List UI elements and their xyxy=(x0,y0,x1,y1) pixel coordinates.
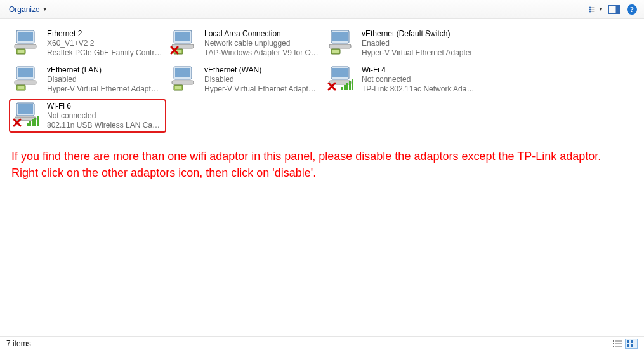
svg-rect-52 xyxy=(615,340,622,341)
adapter-name: vEthernet (WAN) xyxy=(204,65,320,75)
svg-rect-22 xyxy=(329,44,351,48)
adapter-item[interactable]: Wi-Fi 4Not connectedTP-Link 802.11ac Net… xyxy=(324,63,481,97)
svg-rect-57 xyxy=(627,340,629,343)
adapter-name: vEthernet (Default Switch) xyxy=(362,29,473,39)
adapter-description: Hyper-V Virtual Ethernet Adapter xyxy=(362,48,473,58)
adapter-status: Disabled xyxy=(47,75,162,84)
svg-rect-59 xyxy=(627,344,629,347)
svg-rect-58 xyxy=(631,340,633,343)
svg-rect-46 xyxy=(27,123,29,126)
adapter-description: Realtek PCIe GbE Family Controll... xyxy=(47,48,162,58)
svg-rect-5 xyxy=(591,11,594,11)
adapter-texts: Wi-Fi 6Not connected802.11n USB Wireless… xyxy=(47,102,162,130)
adapter-description: Hyper-V Virtual Ethernet Adapter .. xyxy=(204,84,320,94)
svg-rect-47 xyxy=(29,121,31,126)
svg-rect-24 xyxy=(332,50,339,53)
svg-rect-56 xyxy=(615,346,622,346)
annotation-line-1: If you find there are more than one wifi… xyxy=(11,148,604,165)
svg-rect-55 xyxy=(613,346,614,347)
svg-rect-27 xyxy=(15,81,36,84)
details-view-button[interactable] xyxy=(611,339,624,349)
adapter-item[interactable]: vEthernet (LAN)DisabledHyper-V Virtual E… xyxy=(9,63,166,97)
organize-label: Organize xyxy=(9,5,40,14)
svg-rect-36 xyxy=(332,68,348,77)
help-button[interactable]: ? xyxy=(625,3,639,17)
statusbar-views xyxy=(611,339,638,349)
svg-rect-48 xyxy=(32,119,34,126)
svg-rect-34 xyxy=(175,86,181,89)
chevron-down-icon: ▼ xyxy=(598,6,603,12)
svg-rect-14 xyxy=(18,50,24,53)
adapter-name: Wi-Fi 4 xyxy=(362,65,477,75)
svg-rect-44 xyxy=(18,104,33,114)
annotation-overlay: If you find there are more than one wifi… xyxy=(0,140,615,189)
svg-rect-16 xyxy=(175,32,190,41)
wifi-adapter-icon xyxy=(13,102,43,127)
svg-rect-39 xyxy=(344,85,346,90)
dropdown-arrow-icon: ▼ xyxy=(43,6,48,12)
adapter-texts: Ethernet 2X60_V1+V2 2Realtek PCIe GbE Fa… xyxy=(47,29,162,58)
svg-rect-60 xyxy=(631,344,633,347)
adapter-item[interactable]: Local Area ConnectionNetwork cable unplu… xyxy=(166,27,324,60)
item-count: 7 items xyxy=(6,339,31,348)
svg-rect-54 xyxy=(615,343,622,344)
adapter-status: Enabled xyxy=(362,39,473,48)
adapter-texts: Local Area ConnectionNetwork cable unplu… xyxy=(204,29,320,58)
preview-pane-button[interactable] xyxy=(607,3,621,17)
toolbar: Organize ▼ ▼ ? xyxy=(0,0,644,19)
toolbar-left: Organize ▼ xyxy=(5,3,51,16)
adapter-item[interactable]: Wi-Fi 6Not connected802.11n USB Wireless… xyxy=(9,99,166,133)
ethernet-adapter-icon xyxy=(170,29,200,55)
ethernet-adapter-icon xyxy=(13,29,43,55)
adapter-description: Hyper-V Virtual Ethernet Adapter .. xyxy=(47,84,162,94)
adapter-item[interactable]: Ethernet 2X60_V1+V2 2Realtek PCIe GbE Fa… xyxy=(9,27,166,60)
svg-rect-40 xyxy=(346,83,348,90)
svg-rect-41 xyxy=(349,81,351,90)
toolbar-right: ▼ ? xyxy=(589,3,639,17)
adapter-description: 802.11n USB Wireless LAN Card #2 xyxy=(47,121,162,130)
adapter-item[interactable]: vEthernet (WAN)DisabledHyper-V Virtual E… xyxy=(166,63,324,97)
svg-rect-53 xyxy=(613,343,614,344)
svg-text:?: ? xyxy=(630,5,634,14)
svg-rect-51 xyxy=(613,340,614,342)
adapter-description: TAP-Windows Adapter V9 for Op... xyxy=(204,48,320,58)
svg-rect-12 xyxy=(15,44,36,48)
adapter-item[interactable]: vEthernet (Default Switch)EnabledHyper-V… xyxy=(324,27,481,60)
annotation-line-2: Right click on the other adaptors icon, … xyxy=(11,165,604,181)
adapter-name: Ethernet 2 xyxy=(47,29,162,39)
wifi-adapter-icon xyxy=(327,65,358,91)
adapter-name: vEthernet (LAN) xyxy=(47,65,162,75)
adapter-texts: vEthernet (LAN)DisabledHyper-V Virtual E… xyxy=(47,65,162,94)
adapter-texts: Wi-Fi 4Not connectedTP-Link 802.11ac Net… xyxy=(362,65,477,94)
svg-rect-11 xyxy=(18,32,33,41)
organize-button[interactable]: Organize ▼ xyxy=(5,3,51,16)
svg-rect-26 xyxy=(18,68,33,77)
adapter-status: Network cable unplugged xyxy=(204,39,320,48)
adapter-name: Local Area Connection xyxy=(204,29,320,39)
svg-rect-21 xyxy=(332,32,348,41)
adapter-status: X60_V1+V2 2 xyxy=(47,39,162,48)
svg-rect-2 xyxy=(589,8,591,10)
ethernet-adapter-icon xyxy=(327,29,358,55)
svg-rect-32 xyxy=(172,81,194,84)
adapters-panel: Ethernet 2X60_V1+V2 2Realtek PCIe GbE Fa… xyxy=(0,19,644,140)
svg-rect-38 xyxy=(341,87,343,90)
ethernet-adapter-icon xyxy=(13,65,43,91)
svg-rect-4 xyxy=(589,10,591,11)
ethernet-adapter-icon xyxy=(170,65,200,91)
svg-rect-29 xyxy=(18,86,24,89)
adapter-description: TP-Link 802.11ac Network Adapter xyxy=(362,84,477,94)
adapter-status: Not connected xyxy=(47,111,162,121)
statusbar: 7 items xyxy=(0,336,644,350)
adapter-status: Disabled xyxy=(204,75,320,84)
view-options-button[interactable]: ▼ xyxy=(589,3,603,17)
svg-rect-1 xyxy=(591,7,594,8)
adapter-status: Not connected xyxy=(362,75,477,84)
svg-rect-31 xyxy=(175,68,190,77)
adapter-name: Wi-Fi 6 xyxy=(47,102,162,111)
svg-rect-50 xyxy=(37,116,39,126)
svg-rect-49 xyxy=(34,118,36,126)
svg-rect-42 xyxy=(352,79,353,90)
tiles-view-button[interactable] xyxy=(625,339,638,349)
adapter-texts: vEthernet (WAN)DisabledHyper-V Virtual E… xyxy=(204,65,320,94)
